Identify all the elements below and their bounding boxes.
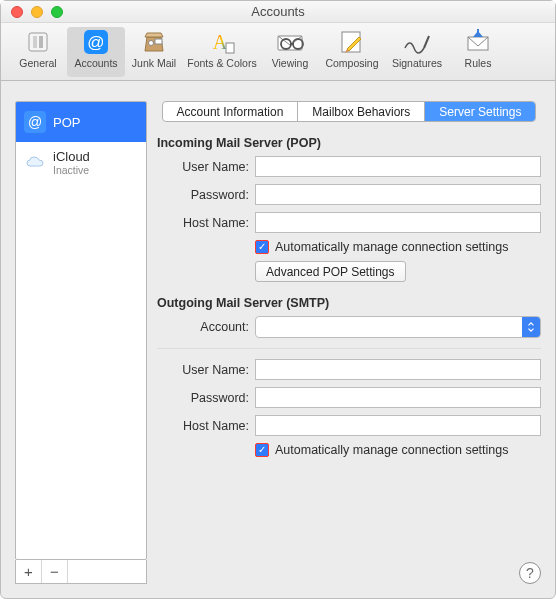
outgoing-password-field[interactable] bbox=[255, 387, 541, 408]
checkbox-checked-icon: ✓ bbox=[255, 443, 269, 457]
toolbar-label: Fonts & Colors bbox=[187, 57, 256, 69]
traffic-lights bbox=[1, 6, 63, 18]
minimize-window-button[interactable] bbox=[31, 6, 43, 18]
label-password: Password: bbox=[157, 391, 249, 405]
incoming-auto-checkbox-row[interactable]: ✓ Automatically manage connection settin… bbox=[255, 240, 541, 254]
toolbar-label: Rules bbox=[465, 57, 492, 69]
select-arrows-icon bbox=[522, 317, 540, 337]
incoming-form: User Name: Password: Host Name: ✓ Automa… bbox=[157, 156, 541, 282]
toolbar-label: General bbox=[19, 57, 56, 69]
outgoing-host-name-field[interactable] bbox=[255, 415, 541, 436]
accounts-sidebar: @ POP iCloud Inactive + bbox=[15, 101, 147, 584]
general-icon bbox=[21, 27, 55, 57]
incoming-password-field[interactable] bbox=[255, 184, 541, 205]
zoom-window-button[interactable] bbox=[51, 6, 63, 18]
outgoing-heading: Outgoing Mail Server (SMTP) bbox=[157, 296, 541, 310]
composing-icon bbox=[335, 27, 369, 57]
settings-tabs: Account Information Mailbox Behaviors Se… bbox=[162, 101, 537, 122]
label-user-name: User Name: bbox=[157, 363, 249, 377]
tab-accounts[interactable]: @ Accounts bbox=[67, 27, 125, 77]
account-row-icloud[interactable]: iCloud Inactive bbox=[16, 142, 146, 182]
pref-toolbar: General @ Accounts Junk Mail A Fonts & C… bbox=[1, 23, 555, 81]
tab-composing[interactable]: Composing bbox=[319, 27, 385, 77]
incoming-user-name-field[interactable] bbox=[255, 156, 541, 177]
outgoing-form: Account: bbox=[157, 316, 541, 338]
tab-rules[interactable]: Rules bbox=[449, 27, 507, 77]
add-account-button[interactable]: + bbox=[16, 560, 42, 583]
outgoing-form2: User Name: Password: Host Name: ✓ Automa… bbox=[157, 359, 541, 457]
outgoing-user-name-field[interactable] bbox=[255, 359, 541, 380]
tab-fonts-colors[interactable]: A Fonts & Colors bbox=[183, 27, 261, 77]
remove-account-button[interactable]: − bbox=[42, 560, 68, 583]
cloud-icon bbox=[24, 151, 46, 173]
add-remove-bar: + − bbox=[15, 560, 147, 584]
content-area: @ POP iCloud Inactive + bbox=[1, 81, 555, 598]
svg-rect-2 bbox=[39, 36, 43, 48]
tab-server-settings[interactable]: Server Settings bbox=[425, 102, 535, 121]
outgoing-auto-checkbox-row[interactable]: ✓ Automatically manage connection settin… bbox=[255, 443, 541, 457]
divider bbox=[157, 348, 541, 349]
svg-rect-8 bbox=[226, 43, 234, 53]
help-button[interactable]: ? bbox=[519, 562, 541, 584]
account-name: POP bbox=[53, 115, 80, 130]
settings-main: Account Information Mailbox Behaviors Se… bbox=[157, 101, 541, 584]
account-subtitle: Inactive bbox=[53, 164, 90, 176]
close-window-button[interactable] bbox=[11, 6, 23, 18]
account-title: POP bbox=[53, 115, 80, 130]
svg-rect-14 bbox=[468, 37, 488, 50]
accounts-icon: @ bbox=[79, 27, 113, 57]
at-icon: @ bbox=[24, 111, 46, 133]
tab-account-information[interactable]: Account Information bbox=[163, 102, 299, 121]
toolbar-label: Signatures bbox=[392, 57, 442, 69]
toolbar-label: Viewing bbox=[272, 57, 309, 69]
tab-junk-mail[interactable]: Junk Mail bbox=[125, 27, 183, 77]
tab-general[interactable]: General bbox=[9, 27, 67, 77]
titlebar: Accounts bbox=[1, 1, 555, 23]
svg-text:@: @ bbox=[87, 33, 104, 52]
outgoing-account-select[interactable] bbox=[255, 316, 541, 338]
checkbox-checked-icon: ✓ bbox=[255, 240, 269, 254]
checkbox-label: Automatically manage connection settings bbox=[275, 443, 508, 457]
incoming-heading: Incoming Mail Server (POP) bbox=[157, 136, 541, 150]
svg-rect-0 bbox=[29, 33, 47, 51]
label-account: Account: bbox=[157, 320, 249, 334]
tab-mailbox-behaviors[interactable]: Mailbox Behaviors bbox=[298, 102, 425, 121]
advanced-pop-settings-button[interactable]: Advanced POP Settings bbox=[255, 261, 406, 282]
label-host-name: Host Name: bbox=[157, 419, 249, 433]
account-list: @ POP iCloud Inactive bbox=[15, 101, 147, 560]
toolbar-label: Composing bbox=[325, 57, 378, 69]
preferences-window: Accounts General @ Accounts Junk Mail A … bbox=[0, 0, 556, 599]
tab-signatures[interactable]: Signatures bbox=[385, 27, 449, 77]
toolbar-label: Junk Mail bbox=[132, 57, 176, 69]
viewing-icon bbox=[273, 27, 307, 57]
toolbar-label: Accounts bbox=[74, 57, 117, 69]
incoming-host-name-field[interactable] bbox=[255, 212, 541, 233]
account-title: iCloud bbox=[53, 149, 90, 164]
svg-text:@: @ bbox=[28, 114, 42, 130]
tab-viewing[interactable]: Viewing bbox=[261, 27, 319, 77]
svg-point-5 bbox=[149, 41, 154, 46]
window-title: Accounts bbox=[1, 4, 555, 19]
label-user-name: User Name: bbox=[157, 160, 249, 174]
rules-icon bbox=[461, 27, 495, 57]
label-host-name: Host Name: bbox=[157, 216, 249, 230]
fonts-colors-icon: A bbox=[205, 27, 239, 57]
junk-mail-icon bbox=[137, 27, 171, 57]
label-password: Password: bbox=[157, 188, 249, 202]
checkbox-label: Automatically manage connection settings bbox=[275, 240, 508, 254]
signatures-icon bbox=[400, 27, 434, 57]
account-name: iCloud Inactive bbox=[53, 149, 90, 176]
svg-rect-6 bbox=[155, 39, 162, 44]
svg-rect-1 bbox=[33, 36, 37, 48]
account-row-pop[interactable]: @ POP bbox=[16, 102, 146, 142]
